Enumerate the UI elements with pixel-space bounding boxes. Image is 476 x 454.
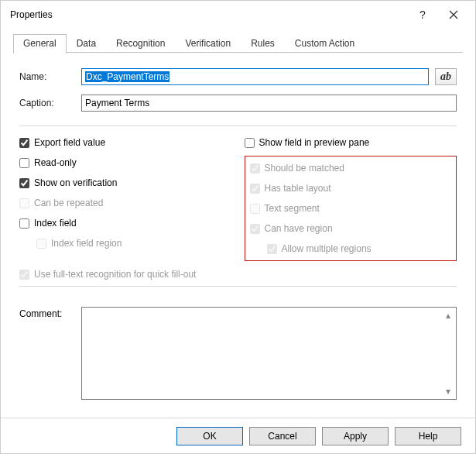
checkbox-col-right: Show field in preview pane Should be mat… (245, 136, 457, 261)
caption-label: Caption: (19, 98, 81, 108)
chk-index-field-region-box (36, 239, 46, 249)
comment-row: Comment: ▴ ▾ (19, 307, 457, 400)
scroll-down-icon[interactable]: ▾ (442, 385, 454, 397)
close-icon (449, 10, 458, 19)
chk-can-be-repeated: Can be repeated (19, 196, 232, 210)
chk-text-segment-box (250, 204, 260, 214)
cancel-button[interactable]: Cancel (249, 427, 316, 445)
tab-rules[interactable]: Rules (241, 34, 285, 53)
tab-strip-border (13, 52, 463, 53)
name-row: Name: Dxc_PaymentTerms ab (19, 68, 457, 85)
ok-button[interactable]: OK (176, 427, 243, 445)
chk-can-be-repeated-box (19, 198, 29, 208)
titlebar-close-button[interactable] (438, 4, 469, 26)
tab-custom-action[interactable]: Custom Action (285, 34, 365, 53)
tab-content-general: Name: Dxc_PaymentTerms ab Caption: Expor… (1, 53, 475, 418)
chk-allow-multiple-regions: Allow multiple regions (250, 242, 452, 256)
chk-show-field-preview[interactable]: Show field in preview pane (245, 136, 457, 150)
chk-show-field-preview-box[interactable] (245, 138, 255, 148)
chk-export-field-value[interactable]: Export field value (19, 136, 232, 150)
checkbox-area: Export field value Read-only Show on ver… (19, 136, 457, 261)
chk-show-on-verification-box[interactable] (19, 178, 29, 188)
name-input[interactable]: Dxc_PaymentTerms (81, 68, 429, 85)
chk-should-be-matched: Should be matched (250, 161, 452, 175)
tab-recognition[interactable]: Recognition (106, 34, 175, 53)
titlebar-help-button[interactable]: ? (407, 4, 438, 26)
separator-2 (19, 286, 457, 287)
chk-allow-multiple-regions-box (267, 244, 277, 254)
name-label: Name: (19, 71, 81, 82)
apply-button[interactable]: Apply (322, 427, 389, 445)
comment-textarea[interactable] (82, 308, 456, 399)
scroll-up-icon[interactable]: ▴ (442, 309, 454, 322)
comment-box[interactable]: ▴ ▾ (81, 307, 457, 400)
tab-strip: General Data Recognition Verification Ru… (1, 29, 475, 53)
dialog-footer: OK Cancel Apply Help (1, 418, 475, 453)
tab-general[interactable]: General (13, 34, 67, 53)
chk-full-text-recognition-box (19, 270, 29, 280)
comment-label: Comment: (19, 307, 81, 400)
name-input-selection: Dxc_PaymentTerms (85, 71, 170, 82)
chk-can-have-region: Can have region (250, 222, 452, 236)
caption-row: Caption: (19, 95, 457, 112)
chk-has-table-layout-box (250, 184, 260, 194)
chk-text-segment: Text segment (250, 201, 452, 215)
chk-has-table-layout: Has table layout (250, 181, 452, 195)
chk-can-have-region-box (250, 224, 260, 234)
tab-verification[interactable]: Verification (175, 34, 241, 53)
chk-show-on-verification[interactable]: Show on verification (19, 176, 232, 190)
separator-1 (19, 126, 457, 126)
highlighted-checkbox-group: Should be matched Has table layout Text … (245, 156, 457, 261)
chk-read-only[interactable]: Read-only (19, 156, 232, 170)
tab-data[interactable]: Data (67, 34, 106, 53)
checkbox-col-left: Export field value Read-only Show on ver… (19, 136, 232, 261)
help-button[interactable]: Help (395, 427, 461, 445)
titlebar: Properties ? (1, 1, 475, 29)
ab-icon[interactable]: ab (435, 68, 457, 85)
chk-index-field-box[interactable] (19, 218, 29, 229)
chk-full-text-recognition: Use full-text recognition for quick fill… (19, 267, 457, 281)
chk-read-only-box[interactable] (19, 158, 29, 168)
chk-should-be-matched-box (250, 163, 260, 174)
chk-index-field-region: Index field region (19, 236, 232, 250)
chk-export-field-value-box[interactable] (19, 138, 29, 148)
properties-dialog: Properties ? General Data Recognition Ve… (0, 0, 476, 454)
window-title: Properties (10, 9, 407, 20)
chk-index-field[interactable]: Index field (19, 216, 232, 230)
caption-input[interactable] (81, 95, 457, 112)
